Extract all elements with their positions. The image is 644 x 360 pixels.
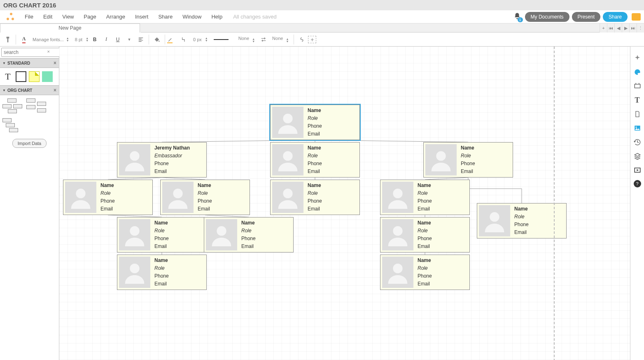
card-name[interactable]: Jeremy Nathan	[154, 144, 204, 152]
org-card[interactable]: NameRolePhoneEmail	[117, 255, 207, 290]
dock-layers-button[interactable]	[633, 152, 642, 160]
org-shape-3[interactable]	[2, 118, 24, 133]
card-phone[interactable]: Phone	[198, 197, 247, 205]
app-logo[interactable]	[5, 12, 15, 22]
line-shape-button[interactable]	[179, 34, 190, 45]
card-name[interactable]: Name	[308, 182, 357, 189]
my-documents-button[interactable]: My Documents	[525, 12, 569, 22]
card-phone[interactable]: Phone	[154, 235, 204, 243]
card-name[interactable]: Name	[418, 219, 467, 227]
org-card[interactable]: NameRolePhoneEmail	[160, 180, 250, 215]
swap-arrows-button[interactable]	[258, 34, 269, 45]
font-size-spinner[interactable]: ▲▼	[86, 37, 89, 42]
card-name[interactable]: Name	[418, 182, 467, 189]
card-email[interactable]: Email	[461, 168, 510, 175]
card-name[interactable]: Name	[154, 257, 204, 264]
card-email[interactable]: Email	[308, 168, 357, 175]
card-role[interactable]: Role	[308, 152, 357, 160]
card-role[interactable]: Role	[418, 264, 467, 272]
notifications-button[interactable]: 1	[513, 12, 521, 21]
bold-button[interactable]: B	[89, 34, 100, 45]
underline-button[interactable]: U	[112, 34, 123, 45]
card-role[interactable]: Role	[461, 152, 510, 160]
org-shape-2[interactable]	[26, 98, 48, 113]
card-name[interactable]: Name	[100, 182, 150, 189]
org-card[interactable]: NameRolePhoneEmail	[204, 217, 294, 252]
card-email[interactable]: Email	[418, 205, 467, 213]
card-phone[interactable]: Phone	[514, 221, 564, 229]
dock-help-button[interactable]: ?	[634, 180, 641, 187]
font-picker[interactable]: Manage fonts...▲▼	[30, 36, 72, 43]
card-phone[interactable]: Phone	[308, 122, 357, 130]
dock-theme-button[interactable]	[633, 68, 642, 76]
card-role[interactable]: Role	[308, 189, 357, 197]
menu-window[interactable]: Window	[177, 11, 206, 22]
card-email[interactable]: Email	[154, 168, 204, 175]
dock-page-button[interactable]	[633, 110, 642, 118]
feedback-icon[interactable]	[632, 13, 641, 21]
line-style-dropdown[interactable]: None ▲▼	[236, 36, 257, 43]
card-phone[interactable]: Phone	[154, 272, 204, 280]
card-phone[interactable]: Phone	[308, 197, 357, 205]
org-shape-1[interactable]	[2, 98, 24, 113]
card-phone[interactable]: Phone	[418, 272, 467, 280]
add-action-button[interactable]: +	[308, 36, 316, 43]
font-size-input[interactable]: 8 pt	[72, 37, 85, 42]
arrow-style-dropdown[interactable]: None ▲▼	[270, 36, 291, 43]
dock-present-button[interactable]	[633, 166, 642, 174]
org-card[interactable]: Jeremy NathanEmbassadorPhoneEmail	[117, 142, 207, 178]
card-phone[interactable]: Phone	[241, 235, 291, 243]
text-shape[interactable]: T	[2, 71, 13, 82]
card-role[interactable]: Role	[241, 227, 291, 235]
org-card[interactable]: NameRolePhoneEmail	[380, 217, 470, 252]
card-email[interactable]: Email	[514, 229, 564, 236]
card-name[interactable]: Name	[514, 205, 564, 213]
tabs-prev-button[interactable]: ◀	[614, 23, 622, 33]
text-color-button[interactable]: A	[19, 34, 29, 45]
card-phone[interactable]: Phone	[461, 160, 510, 168]
panel-standard-close[interactable]: ×	[54, 60, 56, 66]
org-card[interactable]: NameRolePhoneEmail	[270, 105, 360, 140]
rectangle-shape[interactable]	[16, 71, 26, 82]
text-more-button[interactable]: ▼	[124, 34, 135, 45]
dock-size-button[interactable]	[633, 82, 642, 90]
card-email[interactable]: Email	[308, 130, 357, 138]
tabs-first-button[interactable]: ⏮	[607, 23, 614, 33]
present-button[interactable]: Present	[572, 12, 600, 22]
fill-color-button[interactable]	[152, 34, 162, 45]
menu-file[interactable]: File	[20, 11, 38, 22]
org-card[interactable]: NameRolePhoneEmail	[423, 142, 513, 178]
dock-history-button[interactable]	[633, 138, 642, 146]
card-email[interactable]: Email	[154, 243, 204, 250]
shape-search-input[interactable]	[1, 48, 68, 57]
card-email[interactable]: Email	[198, 205, 247, 213]
org-card[interactable]: NameRolePhoneEmail	[270, 142, 360, 178]
org-card[interactable]: NameRolePhoneEmail	[477, 203, 567, 238]
card-role[interactable]: Role	[100, 189, 150, 197]
panel-standard-header[interactable]: ▼ STANDARD ×	[0, 58, 59, 68]
card-role[interactable]: Role	[154, 227, 204, 235]
dock-image-button[interactable]	[633, 124, 642, 132]
border-color-button[interactable]	[168, 34, 178, 45]
import-data-button[interactable]: Import Data	[12, 139, 47, 148]
card-phone[interactable]: Phone	[100, 197, 150, 205]
card-email[interactable]: Email	[308, 205, 357, 213]
menu-insert[interactable]: Insert	[130, 11, 154, 22]
org-card[interactable]: NameRolePhoneEmail	[63, 180, 153, 215]
menu-edit[interactable]: Edit	[38, 11, 57, 22]
card-role[interactable]: Role	[308, 115, 357, 122]
card-email[interactable]: Email	[418, 243, 467, 250]
tabs-last-button[interactable]: ⏭	[629, 23, 637, 33]
card-phone[interactable]: Phone	[418, 197, 467, 205]
card-name[interactable]: Name	[418, 257, 467, 264]
tab-new-page[interactable]: New Page	[0, 23, 140, 33]
share-button[interactable]: Share	[603, 12, 628, 22]
link-button[interactable]	[296, 34, 307, 45]
card-role[interactable]: Role	[154, 264, 204, 272]
card-name[interactable]: Name	[154, 219, 204, 227]
card-email[interactable]: Email	[100, 205, 150, 213]
panel-orgchart-close[interactable]: ×	[54, 87, 56, 93]
card-role[interactable]: Role	[514, 213, 564, 221]
italic-button[interactable]: I	[101, 34, 112, 45]
card-name[interactable]: Name	[241, 219, 291, 227]
